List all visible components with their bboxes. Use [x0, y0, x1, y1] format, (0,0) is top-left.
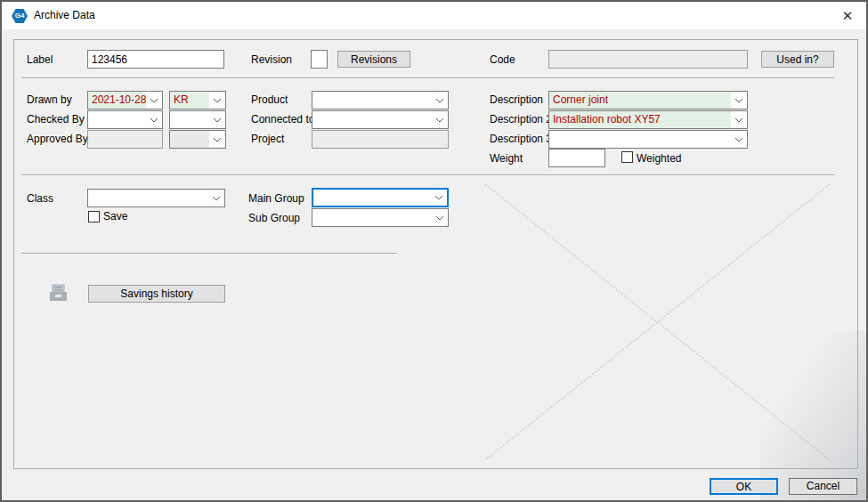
checked-by-initials-combo[interactable]	[169, 110, 226, 129]
printer-icon[interactable]	[48, 283, 69, 304]
close-icon[interactable]: ✕	[834, 4, 861, 28]
description2-combo[interactable]: Installation robot XY57	[548, 110, 748, 129]
description-combo[interactable]: Corner joint	[548, 91, 748, 109]
ok-button[interactable]: OK	[710, 478, 778, 495]
chevron-down-icon	[731, 111, 747, 128]
chevron-down-icon	[146, 92, 162, 109]
approved-by-label: Approved By	[27, 133, 88, 145]
description-label: Description	[490, 93, 543, 106]
sub-group-value	[312, 209, 432, 226]
product-combo[interactable]	[312, 91, 449, 109]
description-value: Corner joint	[549, 92, 731, 109]
separator	[21, 174, 834, 176]
save-checkbox-label: Save	[103, 210, 127, 223]
save-checkbox[interactable]	[88, 211, 100, 223]
archive-data-dialog: G4 Archive Data ✕ Label Revision Revisio…	[0, 0, 868, 502]
class-label: Class	[27, 192, 53, 205]
chevron-down-icon	[209, 92, 225, 109]
description2-label: Description 2	[490, 113, 552, 126]
chevron-down-icon	[432, 209, 448, 226]
savings-history-button[interactable]: Savings history	[88, 285, 225, 303]
revision-input[interactable]	[311, 50, 328, 69]
chevron-down-icon	[209, 111, 225, 128]
drawn-by-date-combo[interactable]: 2021-10-28	[87, 91, 163, 109]
class-value	[88, 190, 208, 206]
drawn-by-date-value: 2021-10-28	[88, 92, 146, 109]
class-combo[interactable]	[87, 189, 225, 207]
sub-group-combo[interactable]	[312, 208, 449, 227]
project-label: Project	[251, 133, 284, 145]
revisions-button[interactable]: Revisions	[337, 51, 410, 68]
separator	[21, 253, 397, 255]
window-title: Archive Data	[34, 2, 95, 29]
label-field-label: Label	[27, 53, 53, 66]
g4-app-icon: G4	[12, 9, 28, 23]
main-group-combo[interactable]	[312, 188, 449, 207]
checked-by-initials-value	[170, 111, 209, 128]
connected-to-label: Connected to	[251, 113, 314, 126]
main-group-value	[313, 190, 431, 206]
chevron-down-icon	[432, 111, 448, 128]
weighted-checkbox[interactable]	[621, 151, 633, 163]
product-value	[312, 92, 432, 109]
description2-value: Installation robot XY57	[549, 111, 731, 128]
drawn-by-label: Drawn by	[27, 93, 72, 106]
chevron-down-icon	[431, 190, 447, 206]
connected-to-combo[interactable]	[312, 110, 449, 129]
chevron-down-icon	[209, 131, 225, 148]
weighted-checkbox-label: Weighted	[637, 152, 681, 165]
revision-label: Revision	[251, 53, 292, 66]
chevron-down-icon	[432, 92, 448, 109]
product-label: Product	[251, 93, 288, 106]
label-input[interactable]	[87, 50, 224, 69]
drawn-by-initials-combo[interactable]: KR	[169, 91, 226, 109]
weight-label: Weight	[490, 152, 523, 165]
cancel-button[interactable]: Cancel	[789, 478, 857, 495]
checked-by-date-combo[interactable]	[87, 110, 163, 129]
description3-label: Description 3	[490, 133, 552, 145]
title-bar: G4 Archive Data ✕	[2, 2, 866, 29]
chevron-down-icon	[731, 131, 747, 148]
code-label: Code	[490, 53, 515, 66]
chevron-down-icon	[731, 92, 747, 109]
weight-input[interactable]	[548, 149, 605, 167]
checked-by-label: Checked By	[27, 113, 85, 126]
separator	[21, 77, 834, 79]
connected-to-value	[312, 111, 432, 128]
sub-group-label: Sub Group	[248, 212, 300, 224]
description3-combo[interactable]	[548, 130, 748, 149]
chevron-down-icon	[208, 190, 224, 206]
approved-by-initials-combo[interactable]	[169, 130, 226, 149]
chevron-down-icon	[146, 111, 162, 128]
project-input	[312, 130, 449, 149]
approved-by-date-input	[87, 130, 163, 149]
image-placeholder	[485, 184, 830, 460]
checked-by-date-value	[88, 111, 146, 128]
drawn-by-initials-value: KR	[170, 92, 209, 109]
description3-value	[549, 131, 731, 148]
approved-by-initials-value	[170, 131, 209, 148]
main-group-label: Main Group	[248, 192, 304, 205]
code-input	[548, 50, 748, 69]
used-in-button[interactable]: Used in?	[761, 51, 834, 68]
